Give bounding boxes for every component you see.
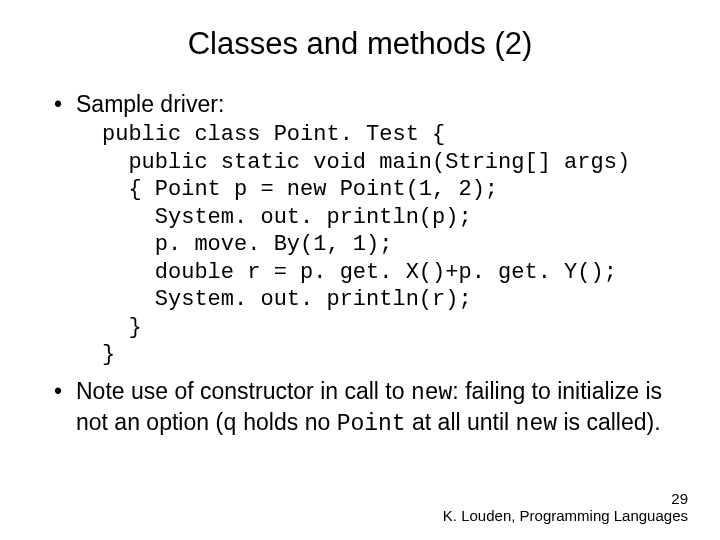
note-text-3: holds no [237, 409, 337, 435]
slide-title: Classes and methods (2) [50, 26, 670, 62]
note-text-1: Note use of constructor in call to [76, 378, 411, 404]
footer-author: K. Louden, Programming Languages [443, 507, 688, 524]
slide-content: Sample driver: public class Point. Test … [50, 90, 670, 440]
keyword-new-2: new [516, 411, 557, 437]
bullet-sample-driver: Sample driver: [50, 90, 670, 119]
bullet-note: Note use of constructor in call to new: … [50, 377, 670, 440]
slide-footer: 29 K. Louden, Programming Languages [443, 490, 688, 525]
keyword-new-1: new [411, 380, 452, 406]
slide: Classes and methods (2) Sample driver: p… [0, 0, 720, 540]
page-number: 29 [443, 490, 688, 507]
note-text-4: at all until [406, 409, 516, 435]
keyword-point: Point [337, 411, 406, 437]
code-block: public class Point. Test { public static… [102, 121, 670, 369]
note-text-5: is called). [557, 409, 661, 435]
keyword-q: q [223, 411, 237, 437]
